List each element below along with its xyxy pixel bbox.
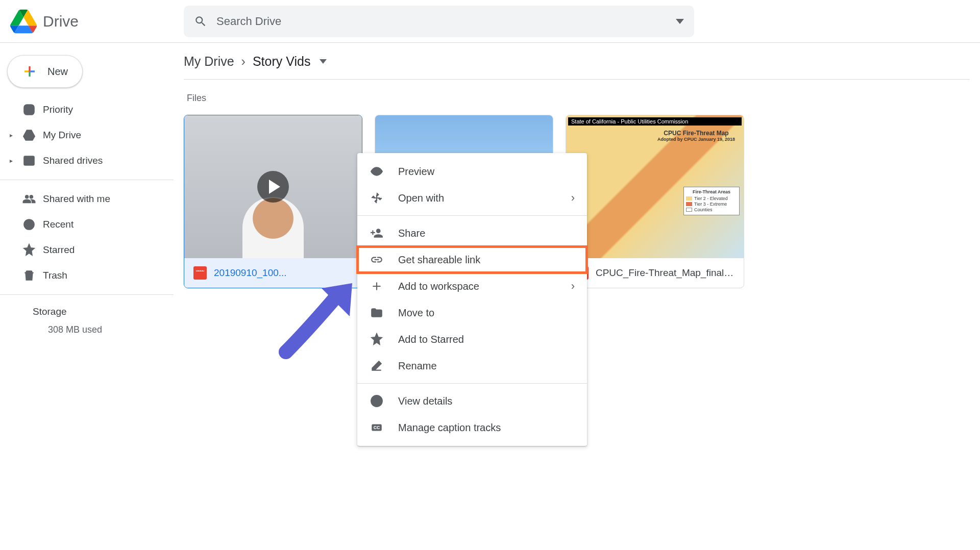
breadcrumb-root[interactable]: My Drive (184, 54, 234, 69)
expand-caret-icon[interactable]: ▸ (7, 157, 15, 164)
menu-getshareablelink[interactable]: Get shareable link (357, 246, 587, 273)
search-input[interactable] (216, 15, 667, 28)
sidebar-item-shareddrives[interactable]: ▸ Shared drives (0, 148, 174, 173)
menu-preview[interactable]: Preview (357, 158, 587, 185)
file-name: CPUC_Fire-Threat_Map_final.... (596, 267, 734, 279)
svg-point-2 (27, 159, 29, 161)
app-name: Drive (43, 13, 79, 30)
link-icon (370, 253, 384, 267)
breadcrumb-current[interactable]: Story Vids (253, 54, 310, 69)
eye-icon (370, 164, 384, 179)
sidebar-item-priority[interactable]: Priority (0, 97, 174, 122)
file-thumbnail: State of California - Public Utilities C… (566, 115, 744, 258)
trash-icon (21, 268, 37, 283)
storage-used: 308 MB used (0, 322, 174, 337)
priority-icon (21, 102, 37, 117)
file-card[interactable]: State of California - Public Utilities C… (566, 115, 744, 288)
menu-viewdetails[interactable]: View details (357, 388, 587, 414)
rename-icon (370, 359, 384, 373)
header: Drive (0, 0, 980, 43)
plus-icon (370, 279, 384, 293)
play-icon (257, 171, 289, 203)
svg-point-3 (30, 159, 32, 161)
star-icon (370, 332, 384, 346)
file-name: 20190910_100... (214, 267, 287, 279)
drive-logo-icon (10, 9, 37, 34)
svg-text:CC: CC (374, 425, 380, 430)
svg-point-9 (375, 170, 379, 173)
search-icon (194, 15, 207, 28)
sidebar-item-recent[interactable]: Recent (0, 212, 174, 237)
menu-captions[interactable]: CC Manage caption tracks (357, 414, 587, 441)
menu-share[interactable]: Share (357, 220, 587, 246)
openwith-icon (370, 191, 384, 205)
sharedwithme-icon (21, 191, 37, 207)
sidebar-item-storage[interactable]: Storage (0, 301, 174, 322)
sidebar-item-starred[interactable]: Starred (0, 237, 174, 263)
personadd-icon (370, 226, 384, 240)
sidebar-item-trash[interactable]: Trash (0, 263, 174, 288)
chevron-right-icon: › (571, 191, 575, 205)
search-bar[interactable] (184, 6, 694, 37)
menu-addtoworkspace[interactable]: Add to workspace › (357, 273, 587, 299)
breadcrumb-dropdown-icon[interactable] (320, 59, 327, 64)
context-menu: Preview Open with › Share Get shareable … (357, 153, 587, 446)
chevron-right-icon: › (241, 54, 246, 69)
breadcrumb: My Drive › Story Vids (184, 50, 970, 80)
mydrive-icon (21, 128, 37, 143)
file-thumbnail (184, 115, 362, 258)
menu-rename[interactable]: Rename (357, 353, 587, 379)
cc-icon: CC (370, 420, 384, 435)
map-title-box: CPUC Fire-Threat Map Adopted by CPUC Jan… (653, 130, 740, 144)
sidebar-item-mydrive[interactable]: ▸ My Drive (0, 122, 174, 148)
file-card[interactable]: 20190910_100... (184, 115, 362, 288)
map-legend: Fire-Threat Areas Tier 2 - Elevated Tier… (683, 187, 740, 215)
expand-caret-icon[interactable]: ▸ (7, 132, 15, 139)
info-icon (370, 394, 384, 408)
shareddrives-icon (21, 153, 37, 168)
new-button-label: New (47, 66, 68, 78)
menu-addtostarred[interactable]: Add to Starred (357, 326, 587, 353)
logo-area[interactable]: Drive (10, 9, 184, 34)
files-section-label: Files (187, 93, 970, 104)
map-header: State of California - Public Utilities C… (568, 117, 742, 126)
menu-openwith[interactable]: Open with › (357, 185, 587, 211)
video-file-icon (193, 266, 207, 280)
menu-moveto[interactable]: Move to (357, 299, 587, 326)
recent-icon (21, 217, 37, 232)
starred-icon (21, 242, 37, 258)
sidebar-item-sharedwithme[interactable]: Shared with me (0, 186, 174, 212)
search-options-caret-icon[interactable] (676, 19, 684, 24)
chevron-right-icon: › (571, 280, 575, 293)
plus-icon (22, 64, 37, 79)
sidebar: New Priority ▸ My Drive ▸ Shared drives … (0, 43, 174, 550)
new-button[interactable]: New (7, 55, 83, 88)
moveto-icon (370, 306, 384, 320)
